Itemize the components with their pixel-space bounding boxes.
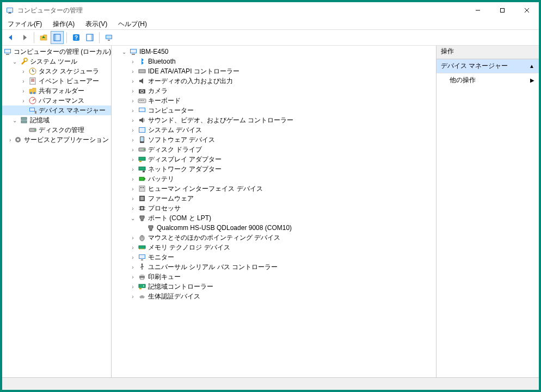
expand-icon[interactable]: ›	[129, 263, 137, 271]
tree-performance[interactable]: › パフォーマンス	[2, 96, 111, 105]
device-memory-tech[interactable]: ›メモリ テクノロジ デバイス	[112, 242, 436, 252]
device-bluetooth[interactable]: ›Bluetooth	[112, 57, 436, 66]
expand-icon[interactable]: ›	[129, 136, 137, 144]
svg-point-101	[143, 285, 144, 287]
device-software-devices[interactable]: ›ソフトウェア デバイス	[112, 135, 436, 145]
device-label: 印刷キュー	[148, 272, 181, 282]
software-device-icon	[138, 135, 146, 144]
svg-point-41	[34, 129, 35, 130]
expand-icon[interactable]: ›	[129, 273, 137, 281]
expand-icon[interactable]: ›	[129, 175, 137, 183]
device-battery[interactable]: ›バッテリ	[112, 174, 436, 184]
device-computer[interactable]: ›コンピューター	[112, 105, 436, 115]
help-button[interactable]: ?	[70, 31, 83, 44]
tree-shared-folders[interactable]: › 共有フォルダー	[2, 86, 111, 96]
show-hide-tree-button[interactable]	[51, 31, 64, 44]
device-biometric[interactable]: ›生体認証デバイス	[112, 291, 436, 301]
chevron-right-icon: ▶	[530, 77, 534, 83]
expand-icon[interactable]: ›	[20, 77, 27, 85]
actions-pane-header: 操作	[437, 46, 539, 59]
minimize-button[interactable]	[465, 2, 490, 18]
tree-system-tools[interactable]: ⌄ システム ツール	[2, 57, 111, 66]
shared-folder-icon	[28, 86, 37, 95]
menu-action[interactable]: 操作(A)	[51, 18, 77, 30]
tree-device-manager[interactable]: デバイス マネージャー	[2, 105, 111, 115]
collapse-icon[interactable]: ⌄	[129, 214, 137, 222]
collapse-icon[interactable]: ⌄	[11, 58, 19, 65]
device-label: ヒューマン インターフェイス デバイス	[148, 184, 263, 194]
collapse-icon[interactable]: ⌄	[11, 116, 19, 124]
action-pane-button[interactable]	[83, 31, 96, 44]
close-button[interactable]	[514, 2, 539, 18]
svg-rect-60	[139, 128, 145, 132]
expand-icon[interactable]: ›	[129, 97, 137, 104]
device-sound-video-game[interactable]: ›サウンド、ビデオ、およびゲーム コントローラー	[112, 115, 436, 125]
expand-icon[interactable]: ›	[129, 283, 137, 290]
monitor-button[interactable]	[102, 31, 115, 44]
device-root[interactable]: ⌄ IBM-E450	[112, 47, 436, 57]
device-keyboard[interactable]: ›キーボード	[112, 96, 436, 105]
nav-back-button[interactable]	[4, 31, 17, 44]
tree-event-viewer[interactable]: › イベント ビューアー	[2, 76, 111, 86]
device-port-item[interactable]: Qualcomm HS-USB QDLoader 9008 (COM10)	[112, 223, 436, 233]
expand-icon[interactable]: ›	[20, 87, 27, 95]
expand-icon[interactable]: ›	[20, 67, 27, 75]
expand-icon[interactable]: ›	[129, 116, 137, 124]
expand-icon[interactable]: ›	[129, 234, 137, 241]
expand-icon[interactable]: ›	[129, 195, 137, 202]
svg-rect-29	[31, 80, 34, 80]
expand-icon[interactable]: ›	[129, 107, 137, 114]
device-mice[interactable]: ›マウスとそのほかのポインティング デバイス	[112, 233, 436, 242]
expand-icon[interactable]: ›	[129, 87, 137, 95]
actions-item-other[interactable]: 他の操作 ▶	[437, 73, 539, 87]
tree-task-scheduler[interactable]: › タスク スケジューラ	[2, 66, 111, 76]
expand-icon[interactable]: ›	[8, 136, 13, 144]
device-storage-controllers[interactable]: ›記憶域コントローラー	[112, 282, 436, 291]
device-hid[interactable]: ›ヒューマン インターフェイス デバイス	[112, 184, 436, 194]
expand-icon[interactable]: ›	[129, 293, 137, 300]
device-system-devices[interactable]: ›システム デバイス	[112, 125, 436, 135]
device-print-queues[interactable]: ›印刷キュー	[112, 272, 436, 282]
expand-icon[interactable]: ›	[129, 165, 137, 173]
expand-icon[interactable]: ›	[129, 126, 137, 134]
collapse-icon[interactable]: ⌄	[120, 48, 128, 55]
expand-icon[interactable]: ›	[129, 77, 137, 85]
actions-section-device-manager[interactable]: デバイス マネージャー ▲	[437, 59, 539, 73]
device-display-adapters[interactable]: ›ディスプレイ アダプター	[112, 154, 436, 164]
tree-services-apps[interactable]: › サービスとアプリケーション	[2, 135, 111, 145]
actions-pane: 操作 デバイス マネージャー ▲ 他の操作 ▶	[437, 46, 539, 377]
tree-storage[interactable]: ⌄ 記憶域	[2, 115, 111, 125]
expand-icon[interactable]: ›	[129, 185, 137, 192]
device-audio-io[interactable]: ›オーディオの入力および出力	[112, 76, 436, 86]
menu-file[interactable]: ファイル(F)	[5, 18, 44, 30]
expand-icon[interactable]: ›	[129, 253, 137, 261]
expand-icon[interactable]: ›	[20, 97, 27, 104]
device-monitors[interactable]: ›モニター	[112, 252, 436, 262]
device-firmware[interactable]: ›ファームウェア	[112, 194, 436, 203]
device-usb[interactable]: ›ユニバーサル シリアル バス コントローラー	[112, 262, 436, 272]
device-camera[interactable]: ›カメラ	[112, 86, 436, 96]
menu-view[interactable]: 表示(V)	[83, 18, 109, 30]
menu-help[interactable]: ヘルプ(H)	[116, 18, 149, 30]
tree-label: タスク スケジューラ	[39, 67, 99, 76]
expand-icon[interactable]: ›	[129, 204, 137, 212]
tree-root[interactable]: コンピューターの管理 (ローカル)	[2, 47, 111, 57]
up-level-button[interactable]	[37, 31, 50, 44]
nav-forward-button[interactable]	[18, 31, 31, 44]
device-ide[interactable]: ›IDE ATA/ATAPI コントローラー	[112, 66, 436, 76]
tree-disk-mgmt[interactable]: ディスクの管理	[2, 125, 111, 135]
expand-icon[interactable]: ›	[129, 244, 137, 251]
expand-icon[interactable]: ›	[129, 155, 137, 163]
console-tree-pane[interactable]: コンピューターの管理 (ローカル) ⌄ システム ツール › タスク スケジュー…	[2, 46, 112, 377]
device-tree-pane[interactable]: ⌄ IBM-E450 ›Bluetooth ›IDE ATA/ATAPI コント…	[112, 46, 437, 377]
device-network-adapters[interactable]: ›ネットワーク アダプター	[112, 164, 436, 174]
svg-rect-19	[108, 40, 110, 41]
device-ports[interactable]: ⌄ポート (COM と LPT)	[112, 213, 436, 223]
expand-icon[interactable]: ›	[129, 58, 137, 65]
device-processors[interactable]: ›プロセッサ	[112, 203, 436, 213]
expand-icon[interactable]: ›	[129, 67, 137, 75]
computer-mgmt-icon	[3, 47, 12, 56]
expand-icon[interactable]: ›	[129, 146, 137, 153]
maximize-button[interactable]	[490, 2, 514, 18]
device-disk-drives[interactable]: ›ディスク ドライブ	[112, 145, 436, 154]
